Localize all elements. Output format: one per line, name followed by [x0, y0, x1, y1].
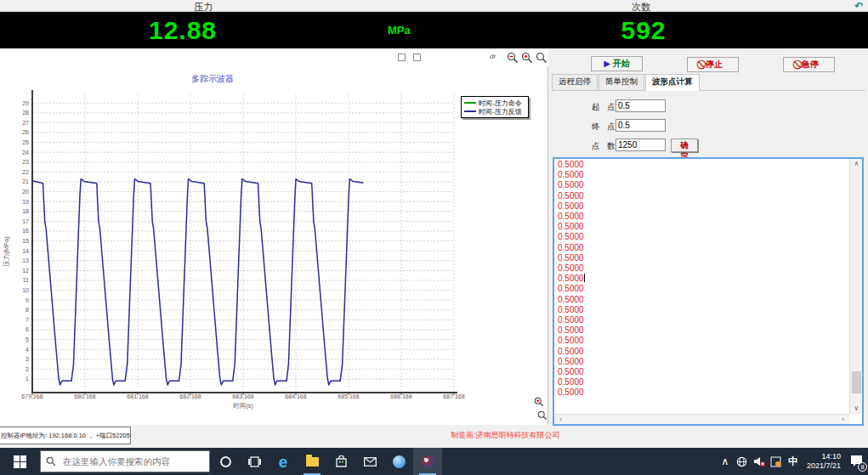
tab-1[interactable]: 远程启停 — [552, 74, 598, 90]
tray-app-icon[interactable] — [768, 448, 785, 475]
y-axis-title: 压力(MPa) — [3, 236, 10, 267]
y-tick-label: 9 — [26, 297, 29, 303]
scrollbar-thumb[interactable] — [852, 371, 861, 393]
trace2-checkbox[interactable] — [413, 54, 421, 61]
y-tick-label: 21 — [22, 178, 29, 184]
x-tick-label: 680.168 — [74, 393, 95, 399]
search-icon — [46, 456, 56, 467]
x-tick-label: 686.168 — [390, 393, 411, 399]
end-point-label: 终 点 — [592, 122, 618, 133]
y-tick-label: 19 — [22, 199, 29, 205]
action-center-button[interactable]: 8 — [846, 448, 868, 475]
point-value-row: 0.5000 — [558, 180, 848, 190]
horizontal-scrollbar[interactable]: ‹ › — [554, 414, 849, 424]
scroll-left-icon[interactable]: ‹ — [554, 415, 567, 425]
app-logo-icon — [422, 455, 434, 468]
manufacturer-label: 制造商:济南思明特科技有限公司 — [451, 430, 560, 441]
point-value-row: 0.5000 — [558, 274, 848, 284]
legend-label: 时间-压力反馈 — [479, 107, 522, 116]
y-tick-label: 4 — [26, 347, 29, 353]
y-tick-label: 29 — [22, 100, 29, 106]
point-value-row: 0.5000 — [558, 305, 848, 315]
point-value-row: 0.5000 — [558, 160, 848, 170]
taskbar-search[interactable] — [40, 450, 210, 472]
y-tick-label: 26 — [22, 129, 29, 135]
scroll-right-icon[interactable]: › — [837, 415, 849, 425]
y-tick-label: 14 — [22, 248, 29, 254]
ime-indicator[interactable]: 中 — [785, 448, 802, 475]
y-tick-label: 6 — [26, 326, 29, 332]
browser-button[interactable] — [384, 448, 413, 475]
points-textbox[interactable]: 0.50000.50000.50000.50000.50000.50000.50… — [553, 157, 864, 426]
volume-muted-icon[interactable] — [751, 448, 768, 475]
tab-3[interactable]: 波形点计算 — [645, 74, 700, 91]
series-时间-压力反馈 — [32, 179, 364, 386]
task-view-icon — [248, 456, 261, 467]
clock-date: 2021/7/21 — [807, 461, 841, 471]
active-app-button[interactable] — [413, 448, 442, 475]
point-count-label: 点 数 — [592, 141, 618, 152]
y-tick-label: 7 — [26, 317, 29, 323]
y-tick-label: 1 — [26, 376, 29, 382]
scroll-up-icon[interactable]: ∧ — [850, 159, 863, 169]
x-zoom-icon[interactable] — [534, 397, 544, 407]
tab-2[interactable]: 简单控制 — [599, 74, 644, 90]
end-point-input[interactable] — [616, 119, 666, 132]
start-menu-button[interactable] — [0, 448, 39, 475]
ok-button[interactable]: 确定 — [671, 139, 698, 152]
legend-item: 时间-压力反馈 — [464, 107, 525, 116]
point-value-row: 0.5000 — [558, 222, 848, 232]
count-value: 592 — [591, 16, 696, 45]
zoom-region-icon[interactable] — [521, 52, 533, 64]
legend-line-swatch — [464, 110, 476, 112]
clock-time: 14:10 — [807, 452, 841, 461]
point-value-row: 0.5000 — [558, 325, 848, 336]
zoom-out-icon[interactable] — [507, 52, 519, 64]
point-value-row: 0.5000 — [558, 315, 848, 325]
start-point-label: 起 点 — [592, 102, 618, 113]
point-value-row: 0.5000 — [558, 336, 848, 346]
y-zoom-icon[interactable] — [537, 410, 547, 421]
y-tick-label: 22 — [22, 169, 29, 175]
file-explorer-button[interactable] — [298, 448, 326, 475]
hidden-icons-chevron[interactable]: ∧ — [717, 448, 734, 475]
mail-button[interactable] — [355, 448, 384, 475]
network-globe-icon[interactable] — [734, 448, 751, 475]
scroll-down-icon[interactable]: ∨ — [850, 404, 863, 414]
y-tick-label: 2 — [26, 366, 29, 372]
task-view-button[interactable] — [240, 448, 269, 475]
y-tick-label: 28 — [22, 110, 29, 116]
play-icon: ▶ — [604, 59, 610, 68]
store-button[interactable] — [326, 448, 355, 475]
start-button[interactable]: ▶ 开始 — [591, 56, 643, 71]
search-input[interactable] — [61, 455, 197, 467]
y-tick-label: 3 — [26, 356, 29, 362]
point-value-row: 0.5000 — [558, 357, 848, 367]
cursor-tool-icon[interactable]: dr — [490, 53, 496, 60]
y-tick-label: 13 — [22, 257, 29, 263]
start-point-input[interactable] — [616, 99, 666, 112]
stop-button[interactable]: ⃠ 停止 — [687, 57, 739, 72]
y-tick-label: 5 — [26, 336, 29, 342]
trace1-checkbox[interactable] — [398, 54, 406, 61]
y-tick-label: 15 — [22, 238, 29, 244]
point-value-row: 0.5000 — [558, 201, 848, 212]
y-tick-label: 11 — [23, 277, 29, 283]
point-value-row: 0.5000 — [558, 170, 848, 180]
vertical-scrollbar[interactable]: ∧ ∨ — [849, 159, 862, 414]
undo-icon[interactable]: ↶ — [854, 0, 863, 12]
cortana-button[interactable] — [211, 448, 240, 475]
edge-button[interactable]: e — [269, 448, 298, 475]
chart-panel: dr 多踪示波器 1234567891011121314151617181920… — [0, 48, 548, 425]
x-tick-label: 679.168 — [21, 393, 43, 399]
taskbar-clock[interactable]: 14:10 2021/7/21 — [807, 452, 841, 471]
zoom-in-icon[interactable] — [536, 52, 547, 64]
numeric-display: 12.88 MPa 592 — [0, 12, 868, 48]
estop-button[interactable]: ⃠ 急停 — [783, 57, 835, 72]
point-count-input[interactable] — [616, 139, 666, 151]
browser-globe-icon — [393, 455, 406, 468]
chart-legend: 时间-压力命令时间-压力反馈 — [461, 96, 529, 118]
pressure-value: 12.88 — [128, 16, 238, 45]
point-value-row: 0.5000 — [558, 253, 848, 263]
chart-toolbar: dr — [0, 48, 548, 66]
